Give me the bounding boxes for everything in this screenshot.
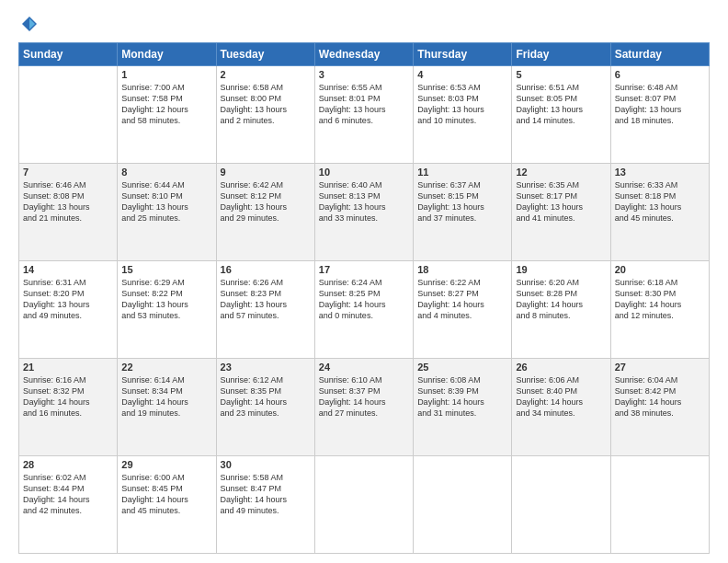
logo-text <box>18 15 40 33</box>
cell-info: Sunrise: 6:14 AM Sunset: 8:34 PM Dayligh… <box>121 374 211 419</box>
calendar-cell <box>314 456 413 554</box>
calendar-cell: 6Sunrise: 6:48 AM Sunset: 8:07 PM Daylig… <box>610 66 709 164</box>
calendar-cell <box>610 456 709 554</box>
day-number: 9 <box>221 167 311 178</box>
calendar-cell: 17Sunrise: 6:24 AM Sunset: 8:25 PM Dayli… <box>314 261 413 359</box>
day-number: 19 <box>516 264 606 275</box>
day-number: 26 <box>516 362 606 373</box>
logo-icon <box>20 15 39 33</box>
calendar-cell: 16Sunrise: 6:26 AM Sunset: 8:23 PM Dayli… <box>216 261 314 359</box>
day-number: 3 <box>319 69 409 80</box>
calendar-cell: 8Sunrise: 6:44 AM Sunset: 8:10 PM Daylig… <box>118 164 216 261</box>
calendar-cell: 18Sunrise: 6:22 AM Sunset: 8:27 PM Dayli… <box>414 261 512 359</box>
calendar-cell: 21Sunrise: 6:16 AM Sunset: 8:32 PM Dayli… <box>19 359 118 456</box>
cell-info: Sunrise: 6:00 AM Sunset: 8:45 PM Dayligh… <box>121 472 211 517</box>
day-number: 30 <box>221 459 311 470</box>
calendar-cell: 2Sunrise: 6:58 AM Sunset: 8:00 PM Daylig… <box>216 66 314 164</box>
calendar-week-row: 1Sunrise: 7:00 AM Sunset: 7:58 PM Daylig… <box>19 66 710 164</box>
weekday-header: Thursday <box>414 43 512 66</box>
calendar-cell: 24Sunrise: 6:10 AM Sunset: 8:37 PM Dayli… <box>314 359 413 456</box>
calendar-cell: 10Sunrise: 6:40 AM Sunset: 8:13 PM Dayli… <box>314 164 413 261</box>
day-number: 25 <box>417 362 507 373</box>
calendar-cell: 14Sunrise: 6:31 AM Sunset: 8:20 PM Dayli… <box>19 261 118 359</box>
calendar-cell: 27Sunrise: 6:04 AM Sunset: 8:42 PM Dayli… <box>610 359 709 456</box>
calendar-cell: 3Sunrise: 6:55 AM Sunset: 8:01 PM Daylig… <box>314 66 413 164</box>
calendar: SundayMondayTuesdayWednesdayThursdayFrid… <box>18 42 710 554</box>
cell-info: Sunrise: 6:44 AM Sunset: 8:10 PM Dayligh… <box>121 179 211 224</box>
calendar-header-row: SundayMondayTuesdayWednesdayThursdayFrid… <box>19 43 710 66</box>
calendar-week-row: 28Sunrise: 6:02 AM Sunset: 8:44 PM Dayli… <box>19 456 710 554</box>
calendar-cell: 29Sunrise: 6:00 AM Sunset: 8:45 PM Dayli… <box>118 456 216 554</box>
cell-info: Sunrise: 6:26 AM Sunset: 8:23 PM Dayligh… <box>221 277 311 322</box>
cell-info: Sunrise: 6:31 AM Sunset: 8:20 PM Dayligh… <box>23 277 113 322</box>
calendar-cell: 9Sunrise: 6:42 AM Sunset: 8:12 PM Daylig… <box>216 164 314 261</box>
calendar-cell: 28Sunrise: 6:02 AM Sunset: 8:44 PM Dayli… <box>19 456 118 554</box>
day-number: 11 <box>417 167 507 178</box>
cell-info: Sunrise: 6:12 AM Sunset: 8:35 PM Dayligh… <box>221 374 311 419</box>
cell-info: Sunrise: 6:35 AM Sunset: 8:17 PM Dayligh… <box>516 179 606 224</box>
calendar-cell: 20Sunrise: 6:18 AM Sunset: 8:30 PM Dayli… <box>610 261 709 359</box>
cell-info: Sunrise: 6:04 AM Sunset: 8:42 PM Dayligh… <box>615 374 705 419</box>
day-number: 2 <box>221 69 311 80</box>
cell-info: Sunrise: 5:58 AM Sunset: 8:47 PM Dayligh… <box>221 472 311 517</box>
day-number: 24 <box>319 362 409 373</box>
header <box>18 15 710 33</box>
page: SundayMondayTuesdayWednesdayThursdayFrid… <box>0 0 728 563</box>
cell-info: Sunrise: 6:48 AM Sunset: 8:07 PM Dayligh… <box>615 82 705 127</box>
weekday-header: Sunday <box>19 43 118 66</box>
cell-info: Sunrise: 6:08 AM Sunset: 8:39 PM Dayligh… <box>417 374 507 419</box>
calendar-cell: 26Sunrise: 6:06 AM Sunset: 8:40 PM Dayli… <box>512 359 610 456</box>
day-number: 17 <box>319 264 409 275</box>
cell-info: Sunrise: 6:02 AM Sunset: 8:44 PM Dayligh… <box>23 472 113 517</box>
weekday-header: Friday <box>512 43 610 66</box>
cell-info: Sunrise: 6:20 AM Sunset: 8:28 PM Dayligh… <box>516 277 606 322</box>
day-number: 6 <box>615 69 705 80</box>
day-number: 18 <box>417 264 507 275</box>
calendar-cell <box>414 456 512 554</box>
calendar-cell: 5Sunrise: 6:51 AM Sunset: 8:05 PM Daylig… <box>512 66 610 164</box>
day-number: 12 <box>516 167 606 178</box>
calendar-cell <box>512 456 610 554</box>
calendar-cell: 30Sunrise: 5:58 AM Sunset: 8:47 PM Dayli… <box>216 456 314 554</box>
day-number: 29 <box>121 459 211 470</box>
cell-info: Sunrise: 6:18 AM Sunset: 8:30 PM Dayligh… <box>615 277 705 322</box>
day-number: 5 <box>516 69 606 80</box>
weekday-header: Tuesday <box>216 43 314 66</box>
cell-info: Sunrise: 6:06 AM Sunset: 8:40 PM Dayligh… <box>516 374 606 419</box>
cell-info: Sunrise: 6:10 AM Sunset: 8:37 PM Dayligh… <box>319 374 409 419</box>
calendar-cell: 11Sunrise: 6:37 AM Sunset: 8:15 PM Dayli… <box>414 164 512 261</box>
weekday-header: Monday <box>118 43 216 66</box>
calendar-cell: 25Sunrise: 6:08 AM Sunset: 8:39 PM Dayli… <box>414 359 512 456</box>
cell-info: Sunrise: 6:46 AM Sunset: 8:08 PM Dayligh… <box>23 179 113 224</box>
cell-info: Sunrise: 6:51 AM Sunset: 8:05 PM Dayligh… <box>516 82 606 127</box>
calendar-cell: 1Sunrise: 7:00 AM Sunset: 7:58 PM Daylig… <box>118 66 216 164</box>
calendar-cell: 12Sunrise: 6:35 AM Sunset: 8:17 PM Dayli… <box>512 164 610 261</box>
calendar-cell: 4Sunrise: 6:53 AM Sunset: 8:03 PM Daylig… <box>414 66 512 164</box>
day-number: 22 <box>121 362 211 373</box>
day-number: 28 <box>23 459 113 470</box>
cell-info: Sunrise: 6:58 AM Sunset: 8:00 PM Dayligh… <box>221 82 311 127</box>
cell-info: Sunrise: 6:33 AM Sunset: 8:18 PM Dayligh… <box>615 179 705 224</box>
logo <box>18 15 40 33</box>
cell-info: Sunrise: 6:29 AM Sunset: 8:22 PM Dayligh… <box>121 277 211 322</box>
day-number: 23 <box>221 362 311 373</box>
cell-info: Sunrise: 6:24 AM Sunset: 8:25 PM Dayligh… <box>319 277 409 322</box>
calendar-cell: 19Sunrise: 6:20 AM Sunset: 8:28 PM Dayli… <box>512 261 610 359</box>
calendar-cell: 15Sunrise: 6:29 AM Sunset: 8:22 PM Dayli… <box>118 261 216 359</box>
day-number: 15 <box>121 264 211 275</box>
cell-info: Sunrise: 6:40 AM Sunset: 8:13 PM Dayligh… <box>319 179 409 224</box>
cell-info: Sunrise: 6:55 AM Sunset: 8:01 PM Dayligh… <box>319 82 409 127</box>
day-number: 4 <box>417 69 507 80</box>
day-number: 8 <box>121 167 211 178</box>
calendar-cell <box>19 66 118 164</box>
cell-info: Sunrise: 6:16 AM Sunset: 8:32 PM Dayligh… <box>23 374 113 419</box>
cell-info: Sunrise: 6:22 AM Sunset: 8:27 PM Dayligh… <box>417 277 507 322</box>
cell-info: Sunrise: 6:53 AM Sunset: 8:03 PM Dayligh… <box>417 82 507 127</box>
cell-info: Sunrise: 7:00 AM Sunset: 7:58 PM Dayligh… <box>121 82 211 127</box>
day-number: 13 <box>615 167 705 178</box>
day-number: 7 <box>23 167 113 178</box>
calendar-cell: 13Sunrise: 6:33 AM Sunset: 8:18 PM Dayli… <box>610 164 709 261</box>
day-number: 27 <box>615 362 705 373</box>
calendar-week-row: 21Sunrise: 6:16 AM Sunset: 8:32 PM Dayli… <box>19 359 710 456</box>
calendar-week-row: 7Sunrise: 6:46 AM Sunset: 8:08 PM Daylig… <box>19 164 710 261</box>
